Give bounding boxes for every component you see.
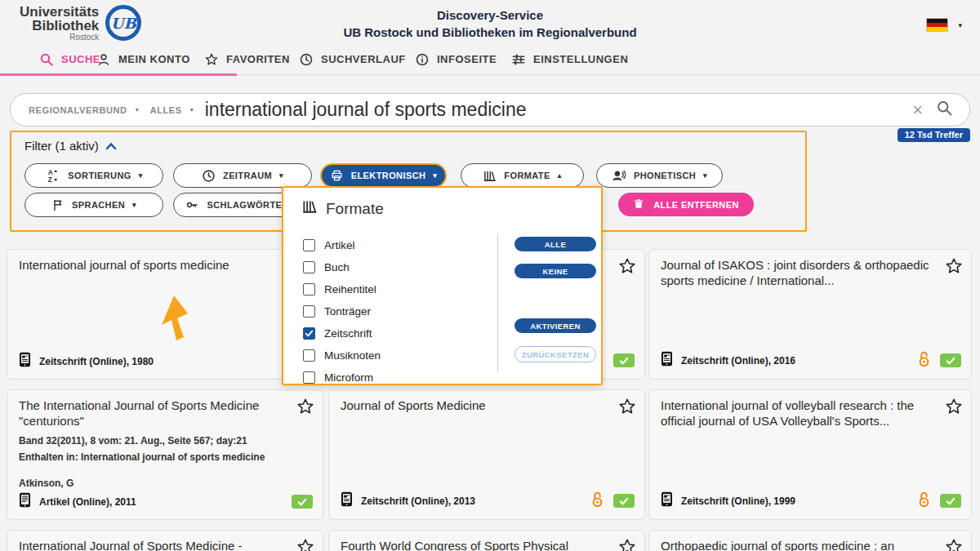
select-none-button[interactable]: KEINE (514, 264, 596, 278)
checkbox-icon[interactable] (303, 371, 315, 384)
filter-pill-formate[interactable]: FORMATE ▴ (461, 163, 584, 188)
language-selector[interactable]: ▾ (926, 18, 962, 32)
favorite-star-icon[interactable] (618, 257, 636, 278)
filter-pill-label: SPRACHEN (72, 200, 125, 210)
nav-tab-label: EINSTELLUNGEN (533, 53, 628, 65)
search-input[interactable]: international journal of sports medicine (205, 99, 912, 121)
result-card[interactable]: Journal of ISAKOS : joint disorders & or… (648, 249, 972, 380)
result-meta: Artikel (Online), 2011 (39, 496, 283, 508)
library-logo[interactable]: Universitäts Bibliothek Rostock UB (20, 5, 141, 42)
checkbox-icon[interactable] (303, 239, 315, 251)
result-card[interactable]: International journal of volleyball rese… (648, 389, 972, 520)
select-all-button[interactable]: ALLE (514, 237, 596, 251)
filter-pill-elektronisch[interactable]: ELEKTRONISCH ▾ (320, 163, 447, 188)
format-option-label: Buch (324, 261, 350, 273)
logo-line3: Rostock (20, 33, 99, 42)
nav-tab-suchverlauf[interactable]: SUCHVERLAUF (299, 46, 406, 73)
nav-tab-mein-konto[interactable]: MEIN KONTO (96, 46, 190, 73)
filter-pill-label: SORTIERUNG (68, 171, 131, 180)
filter-pill-label: FORMATE (504, 171, 550, 180)
checkbox-icon[interactable] (303, 283, 315, 295)
library-icon (301, 198, 318, 219)
formats-dropdown-title: Formate (326, 200, 384, 218)
nav-tab-label: SUCHVERLAUF (321, 53, 406, 65)
result-meta: Zeitschrift (Online), 2016 (681, 355, 908, 367)
format-option-zeitschrift[interactable]: Zeitschrift (303, 325, 372, 341)
format-option-tontraeger[interactable]: Tonträger (303, 303, 371, 319)
result-card[interactable]: The International Journal of Sports Medi… (7, 389, 323, 520)
chevron-down-icon: ▾ (958, 21, 962, 29)
favorite-star-icon[interactable] (945, 257, 963, 278)
result-card[interactable]: Journal of Sports Medicine Zeitschrift (… (328, 389, 645, 520)
search-submit-icon[interactable] (936, 100, 953, 120)
filter-panel-header[interactable]: Filter (1 aktiv) (24, 139, 117, 153)
page-title-line2: UB Rostock und Bibliotheken im Regionalv… (245, 25, 735, 39)
result-card[interactable]: Fourth World Congress of Sports Physical (328, 530, 645, 551)
result-card[interactable]: International Journal of Sports Medicine… (7, 530, 323, 551)
availability-check-icon (940, 353, 961, 367)
journal-icon (19, 352, 31, 371)
format-option-musiknoten[interactable]: Musiknoten (303, 347, 381, 363)
result-meta: Zeitschrift (Online), 1999 (681, 495, 908, 507)
scope-dropdown-alles[interactable]: ALLES (150, 105, 182, 115)
nav-tab-favoriten[interactable]: FAVORITEN (204, 46, 290, 73)
favorite-star-icon[interactable] (296, 538, 314, 551)
format-option-buch[interactable]: Buch (303, 259, 350, 275)
clear-search-icon[interactable]: × (912, 101, 923, 119)
sort-az-icon: AZ (45, 168, 60, 183)
filter-pill-zeitraum[interactable]: ZEITRAUM ▾ (173, 163, 312, 188)
nav-tab-label: FAVORITEN (226, 53, 290, 65)
filter-pill-phonetisch[interactable]: PHONETISCH ▾ (596, 163, 723, 188)
nav-tab-label: MEIN KONTO (118, 53, 190, 65)
active-tab-underline (0, 73, 237, 76)
formats-dropdown-header: Formate (301, 198, 384, 219)
chevron-down-icon: ▾ (190, 106, 194, 113)
format-option-label: Tonträger (324, 305, 371, 318)
activate-button[interactable]: AKTIVIEREN (514, 318, 596, 333)
nav-tab-einstellungen[interactable]: EINSTELLUNGEN (511, 46, 628, 73)
favorite-star-icon[interactable] (618, 538, 636, 551)
favorite-star-icon[interactable] (618, 398, 636, 419)
german-flag-icon (926, 18, 948, 32)
printer-icon (330, 169, 344, 182)
filter-pill-sortierung[interactable]: AZ SORTIERUNG ▾ (24, 163, 163, 188)
svg-text:A: A (48, 169, 53, 176)
result-title: International journal of volleyball rese… (661, 398, 932, 429)
filter-pill-label: SCHLAGWÖRTER (207, 200, 288, 210)
chevron-down-icon: ▾ (139, 171, 143, 180)
reset-button[interactable]: ZURÜCKSETZEN (514, 346, 596, 362)
ub-monogram-icon: UB (105, 5, 141, 41)
availability-check-icon (292, 495, 313, 509)
scope-dropdown-regionalverbund[interactable]: REGIONALVERBUND (29, 105, 127, 115)
favorite-star-icon[interactable] (296, 398, 314, 419)
library-icon (483, 169, 497, 183)
result-card[interactable]: Orthopaedic journal of sports medicine :… (648, 530, 972, 551)
filter-pill-label: ZEITRAUM (223, 171, 272, 180)
favorite-star-icon[interactable] (945, 398, 963, 419)
nav-tab-infoseite[interactable]: INFOSEITE (415, 46, 497, 73)
favorite-star-icon[interactable] (945, 538, 963, 551)
search-icon (39, 52, 54, 67)
checkbox-icon[interactable] (303, 261, 315, 273)
remove-all-filters-button[interactable]: ALLE ENTFERNEN (618, 193, 754, 216)
search-bar[interactable]: REGIONALVERBUND ▾ ALLES ▾ international … (10, 93, 970, 127)
checkbox-icon[interactable] (303, 327, 315, 340)
format-option-artikel[interactable]: Artikel (303, 237, 355, 253)
checkbox-icon[interactable] (303, 349, 315, 362)
result-meta: Zeitschrift (Online), 1980 (39, 356, 313, 367)
voice-icon (612, 169, 626, 183)
availability-check-icon (613, 494, 635, 508)
result-title: Journal of ISAKOS : joint disorders & or… (661, 258, 932, 289)
format-option-microform[interactable]: Microform (303, 369, 373, 385)
trash-icon (633, 198, 644, 211)
result-title: Journal of Sports Medicine (341, 398, 605, 414)
sliders-icon (511, 52, 526, 67)
journal-icon (661, 491, 673, 510)
format-option-reihentitel[interactable]: Reihentitel (303, 281, 376, 297)
flag-icon (51, 198, 65, 212)
key-icon (185, 198, 199, 211)
nav-tab-suche[interactable]: SUCHE (39, 46, 100, 73)
filter-pill-sprachen[interactable]: SPRACHEN ▾ (24, 193, 163, 217)
checkbox-icon[interactable] (303, 305, 315, 318)
result-card[interactable]: International journal of sports medicine… (7, 249, 323, 380)
